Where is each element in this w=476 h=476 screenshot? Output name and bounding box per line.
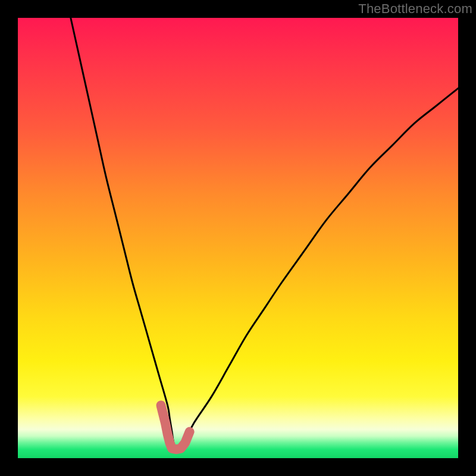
chart-frame: TheBottleneck.com bbox=[0, 0, 476, 476]
curve-layer bbox=[18, 18, 458, 458]
bottleneck-curve bbox=[71, 18, 458, 450]
bottom-marker bbox=[161, 405, 190, 449]
watermark: TheBottleneck.com bbox=[358, 1, 472, 17]
plot-area bbox=[18, 18, 458, 458]
